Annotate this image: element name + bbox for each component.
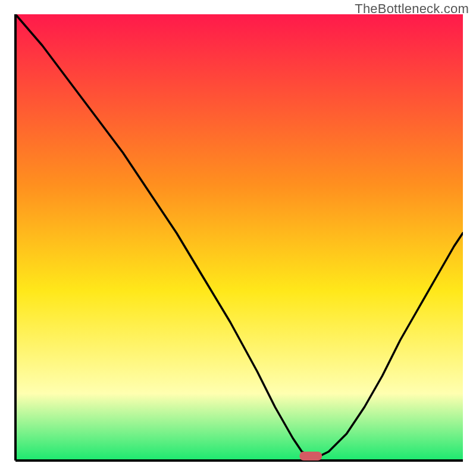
chart-container: TheBottleneck.com — [0, 0, 476, 476]
watermark-text: TheBottleneck.com — [355, 1, 469, 17]
chart-svg — [13, 14, 463, 463]
plot-area — [13, 14, 463, 463]
optimal-marker — [300, 452, 322, 461]
gradient-background — [15, 14, 463, 461]
